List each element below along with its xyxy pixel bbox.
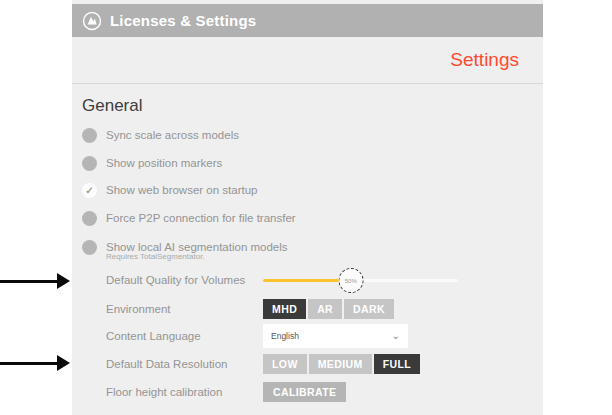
annotation-arrow-quality bbox=[0, 273, 70, 289]
subheader: Settings bbox=[72, 37, 543, 84]
toggle-label: Show web browser on startup bbox=[106, 184, 258, 196]
chevron-down-icon: ⌄ bbox=[392, 331, 400, 341]
annotation-arrow-resolution bbox=[0, 355, 70, 371]
section-heading-general: General bbox=[82, 96, 142, 116]
resolution-option-medium[interactable]: MEDIUM bbox=[309, 354, 372, 374]
toggle-circle-icon[interactable] bbox=[82, 156, 97, 171]
toggle-circle-icon[interactable] bbox=[82, 240, 97, 255]
toggle-label: Show position markers bbox=[106, 157, 222, 169]
content-language-label: Content Language bbox=[106, 330, 263, 342]
resolution-option-low[interactable]: LOW bbox=[263, 354, 307, 374]
slider-value: 50% bbox=[345, 278, 357, 284]
page-title: Settings bbox=[450, 49, 519, 71]
toggle-label: Force P2P connection for file transfer bbox=[106, 212, 296, 224]
environment-segmented-control: MHD AR DARK bbox=[263, 299, 394, 319]
data-resolution-row: Default Data Resolution LOW MEDIUM FULL bbox=[106, 353, 526, 375]
toggle-force-p2p[interactable]: Force P2P connection for file transfer bbox=[82, 209, 296, 227]
floor-calibration-row: Floor height calibration CALIBRATE bbox=[106, 381, 526, 403]
arrow-head-icon bbox=[57, 273, 70, 289]
slider-handle[interactable]: 50% bbox=[338, 268, 363, 293]
calibrate-button[interactable]: CALIBRATE bbox=[263, 382, 346, 402]
quality-slider[interactable]: 50% bbox=[263, 269, 458, 291]
toggle-circle-icon[interactable] bbox=[82, 128, 97, 143]
quality-slider-row: Default Quality for Volumes 50% bbox=[106, 269, 526, 291]
content-language-value: English bbox=[271, 331, 299, 341]
content-language-row: Content Language English ⌄ bbox=[106, 325, 526, 347]
arrow-head-icon bbox=[57, 355, 70, 371]
app-title-bar: Licenses & Settings bbox=[72, 4, 543, 37]
quality-slider-label: Default Quality for Volumes bbox=[106, 274, 263, 286]
environment-option-mhd[interactable]: MHD bbox=[263, 299, 306, 319]
app-logo-icon bbox=[82, 11, 102, 31]
checkmark-icon[interactable]: ✓ bbox=[82, 183, 97, 198]
environment-option-dark[interactable]: DARK bbox=[344, 299, 394, 319]
settings-panel: Licenses & Settings Settings General Syn… bbox=[72, 0, 543, 415]
toggle-label: Sync scale across models bbox=[106, 129, 239, 141]
floor-calibration-label: Floor height calibration bbox=[106, 386, 263, 398]
environment-option-ar[interactable]: AR bbox=[308, 299, 342, 319]
resolution-option-full[interactable]: FULL bbox=[374, 354, 420, 374]
arrow-line bbox=[0, 362, 57, 365]
data-resolution-segmented-control: LOW MEDIUM FULL bbox=[263, 354, 420, 374]
toggle-position-markers[interactable]: Show position markers bbox=[82, 154, 222, 172]
toggle-web-browser-startup[interactable]: ✓ Show web browser on startup bbox=[82, 181, 258, 199]
data-resolution-label: Default Data Resolution bbox=[106, 358, 263, 370]
environment-row: Environment MHD AR DARK bbox=[106, 298, 526, 320]
toggle-note: Requires TotalSegmentator. bbox=[106, 252, 205, 261]
app-title: Licenses & Settings bbox=[110, 12, 256, 29]
toggle-sync-scale[interactable]: Sync scale across models bbox=[82, 126, 239, 144]
arrow-line bbox=[0, 280, 57, 283]
screenshot-stage: Licenses & Settings Settings General Syn… bbox=[0, 0, 612, 415]
environment-label: Environment bbox=[106, 303, 263, 315]
toggle-circle-icon[interactable] bbox=[82, 211, 97, 226]
content-language-select[interactable]: English ⌄ bbox=[263, 324, 408, 348]
